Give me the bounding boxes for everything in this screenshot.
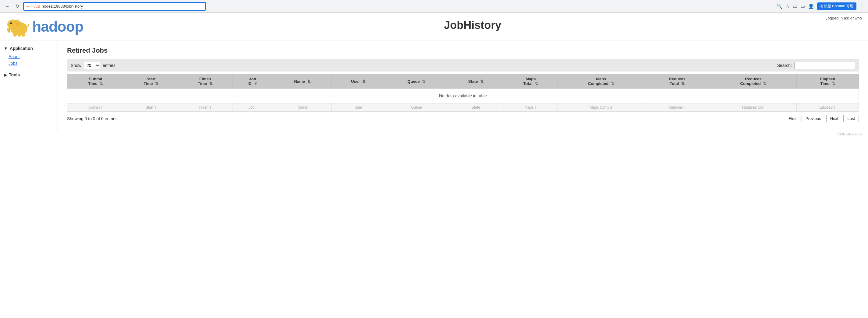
sort-icon-reduces-completed: ⇅ — [763, 81, 766, 86]
footer-col-reduces-c: Reduces Con — [710, 103, 797, 112]
last-button[interactable]: Last — [843, 115, 859, 122]
sidebar: ▼ Application About Jobs ▶ Tools — [0, 40, 58, 132]
page-title-area: JobHistory — [83, 16, 862, 32]
tools-arrow-icon: ▶ — [4, 72, 7, 77]
watermark: CSDN @Rover_lis — [0, 132, 868, 137]
col-maps-completed[interactable]: MapsCompleted ⇅ — [558, 74, 644, 89]
pagination-buttons: First Previous Next Last — [785, 115, 859, 122]
show-entries-control: Show 10 20 50 100 entries — [71, 62, 116, 69]
col-elapsed-time[interactable]: ElapsedTime ⇅ — [797, 74, 859, 89]
entries-label: entries — [103, 63, 116, 68]
user-icon[interactable]: 👤 — [808, 3, 814, 9]
search-input[interactable] — [794, 62, 855, 69]
sort-icon-maps-completed: ⇅ — [611, 81, 614, 86]
footer-col-maps-t: Maps T — [504, 103, 558, 112]
sort-icon-name: ⇅ — [307, 79, 311, 84]
menu-icon[interactable]: ⋮ — [860, 3, 864, 9]
jobs-table: SubmitTime ⇅ StartTime ⇅ FinishTime ⇅ Jo… — [67, 74, 859, 112]
browser-chrome: ← ↻ ▲ 不安全 node1:19888/jobhistory 🔍 ☆ ▭ ▭… — [0, 0, 868, 13]
section-title: Retired Jobs — [67, 46, 859, 55]
previous-button[interactable]: Previous — [802, 115, 825, 122]
col-start-time[interactable]: StartTime ⇅ — [124, 74, 178, 89]
sort-icon-elapsed: ⇅ — [832, 81, 835, 86]
sort-icon-jobid: ▼ — [254, 81, 258, 86]
sort-icon-reduces-total: ⇅ — [681, 81, 685, 86]
sidebar-links: About Jobs — [0, 53, 58, 67]
footer-col-submit: Submit T — [67, 103, 124, 112]
footer-col-name: Name — [273, 103, 332, 112]
table-header-row: SubmitTime ⇅ StartTime ⇅ FinishTime ⇅ Jo… — [67, 74, 859, 89]
url-text: node1:19888/jobhistory — [42, 4, 83, 8]
col-queue[interactable]: Queue ⇅ — [385, 74, 448, 89]
hadoop-logo: hadoop — [6, 16, 83, 37]
entries-select[interactable]: 10 20 50 100 — [84, 62, 100, 69]
footer-col-maps-c: Maps Comple — [558, 103, 644, 112]
security-warning: ▲ 不安全 — [26, 4, 40, 8]
col-submit-time[interactable]: SubmitTime ⇅ — [67, 74, 124, 89]
show-label: Show — [71, 63, 81, 68]
svg-rect-6 — [18, 33, 21, 37]
sort-icon-maps-total: ⇅ — [535, 81, 538, 86]
col-name[interactable]: Name ⇅ — [273, 74, 332, 89]
sidebar-application-label: Application — [10, 46, 33, 51]
sidebar-item-jobs[interactable]: Jobs — [6, 60, 58, 67]
footer-col-jobid: Job I — [232, 103, 273, 112]
showing-text: Showing 0 to 0 of 0 entries — [67, 116, 118, 121]
footer-col-queue: Queue — [385, 103, 448, 112]
application-arrow-icon: ▼ — [4, 46, 8, 51]
svg-rect-7 — [22, 33, 25, 37]
table-footer-row: Submit T Start T Finish T Job I Name Use… — [67, 103, 859, 112]
sidebar-tools-section[interactable]: ▶ Tools — [0, 70, 58, 80]
address-bar[interactable]: ▲ 不安全 node1:19888/jobhistory — [23, 2, 206, 11]
sort-icon-start: ⇅ — [155, 81, 158, 86]
logged-in-label: Logged in as: dr.who — [825, 16, 862, 21]
bookmark-icon[interactable]: ☆ — [785, 3, 790, 9]
col-reduces-completed[interactable]: ReducesCompleted ⇅ — [710, 74, 797, 89]
sort-icon-state: ⇅ — [480, 79, 484, 84]
col-finish-time[interactable]: FinishTime ⇅ — [178, 74, 232, 89]
footer-col-state: State — [448, 103, 504, 112]
page-title: JobHistory — [83, 19, 862, 32]
footer-col-finish: Finish T — [178, 103, 232, 112]
browser-icons: 🔍 ☆ ▭ ▭ 👤 有新版 Chrome 可用 ⋮ — [776, 2, 864, 10]
search-icon[interactable]: 🔍 — [776, 3, 782, 9]
sort-icon-user: ⇅ — [362, 79, 366, 84]
sort-icon-queue: ⇅ — [422, 79, 425, 84]
sort-icon-submit: ⇅ — [100, 81, 103, 86]
back-button[interactable]: ← — [4, 3, 11, 10]
footer-col-start: Start T — [124, 103, 178, 112]
sidebar-application-header[interactable]: ▼ Application — [0, 43, 58, 53]
table-controls: Show 10 20 50 100 entries Search: — [67, 59, 859, 72]
col-state[interactable]: State ⇅ — [448, 74, 504, 89]
sidebar-item-about[interactable]: About — [6, 53, 58, 60]
next-button[interactable]: Next — [826, 115, 842, 122]
content-area: Retired Jobs Show 10 20 50 100 entries S… — [58, 40, 868, 132]
refresh-button[interactable]: ↻ — [13, 3, 21, 10]
search-label: Search: — [777, 63, 792, 68]
footer-col-user: User — [332, 103, 385, 112]
first-button[interactable]: First — [785, 115, 800, 122]
footer-col-reduces-t: Reduces T — [644, 103, 710, 112]
page-header: hadoop JobHistory Logged in as: dr.who — [0, 13, 868, 40]
extensions-icon[interactable]: ▭ — [793, 3, 797, 9]
svg-point-3 — [10, 23, 11, 23]
col-reduces-total[interactable]: ReducesTotal ⇅ — [644, 74, 710, 89]
col-job-id[interactable]: JobID ▼ — [232, 74, 273, 89]
search-area: Search: — [777, 62, 855, 69]
svg-rect-5 — [13, 33, 17, 37]
col-maps-total[interactable]: MapsTotal ⇅ — [504, 74, 558, 89]
main-layout: ▼ Application About Jobs ▶ Tools Retired… — [0, 40, 868, 132]
sidebar-application-section: ▼ Application About Jobs — [0, 43, 58, 67]
no-data-cell: No data available in table — [67, 89, 859, 103]
elephant-logo — [6, 16, 30, 37]
table-footer: Showing 0 to 0 of 0 entries First Previo… — [67, 112, 859, 126]
col-user[interactable]: User ⇅ — [332, 74, 385, 89]
split-icon[interactable]: ▭ — [800, 3, 805, 9]
chrome-update-button[interactable]: 有新版 Chrome 可用 — [817, 2, 857, 10]
svg-point-4 — [15, 20, 20, 26]
footer-col-elapsed: Elapsed T — [797, 103, 859, 112]
hadoop-brand-text: hadoop — [32, 18, 83, 35]
no-data-row: No data available in table — [67, 89, 859, 103]
sidebar-tools-label: Tools — [9, 72, 20, 77]
sort-icon-finish: ⇅ — [209, 81, 213, 86]
